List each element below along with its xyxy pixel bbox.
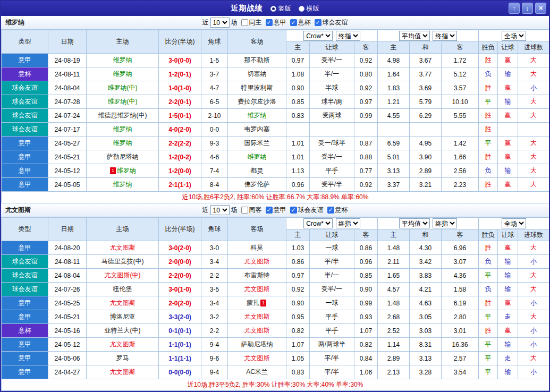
team-name[interactable]: 尤文图斯 <box>110 368 136 376</box>
fulltime-select[interactable]: 全场 <box>502 218 526 228</box>
team-name[interactable]: 维罗纳 <box>248 112 267 119</box>
league-filter-checkbox-2[interactable]: 球会友谊 <box>315 18 348 27</box>
team-name[interactable]: 切塞纳 <box>248 70 267 78</box>
odds-handicap-cell: 半球 <box>310 81 354 95</box>
team-name[interactable]: 那不勒斯 <box>244 56 270 64</box>
league-filter-checkbox-0[interactable]: 意甲 <box>266 18 286 27</box>
avg-home-cell: 2.11 <box>378 255 410 269</box>
date-cell: 24-05-16 <box>48 324 87 338</box>
team-name[interactable]: 亚特兰大(中) <box>105 327 141 334</box>
odds-stage-select-2[interactable]: 终指 <box>433 31 457 41</box>
team-name[interactable]: 维罗纳 <box>248 153 267 160</box>
team-name[interactable]: 维罗纳 <box>113 181 132 188</box>
match-count-select[interactable]: 10 <box>210 205 230 215</box>
avg-draw-cell: 4.30 <box>410 241 442 255</box>
team-name[interactable]: 布雷斯特 <box>244 271 270 279</box>
league-filter-checkbox-0[interactable]: 意甲 <box>266 206 286 215</box>
odds-stage-select[interactable]: 终指 <box>336 31 360 41</box>
section-head-home-team: 维罗纳 近 10 场 同主 意甲 意杯 球会友谊 <box>1 16 549 30</box>
avg-away-cell <box>442 123 479 137</box>
team-name[interactable]: 纽伦堡 <box>113 285 132 293</box>
sub-header-goals: 进球数 <box>518 42 549 54</box>
avg-home-cell: 1.21 <box>378 95 410 109</box>
odds-stage-select-2[interactable]: 终指 <box>433 218 457 228</box>
team-name[interactable]: 维罗纳 <box>113 70 132 78</box>
team-name[interactable]: 蒙扎 <box>247 299 259 306</box>
team-name[interactable]: 维罗纳 <box>113 125 132 133</box>
layout-radio-vertical[interactable]: 竖版 <box>270 4 291 13</box>
odds-stage-select[interactable]: 终指 <box>336 218 360 228</box>
scroll-down-button[interactable]: ↓ <box>522 3 533 14</box>
same-home-checkbox[interactable]: 同主 <box>241 18 262 27</box>
team-name[interactable]: 维罗纳 <box>117 167 136 174</box>
team-name[interactable]: 博洛尼亚 <box>110 313 136 320</box>
sub-header-away-avg: 客 <box>442 42 479 54</box>
team-name[interactable]: 都灵 <box>251 167 264 174</box>
home-cell: 尤文图斯 <box>87 365 159 379</box>
page-title: 近期战绩 <box>231 4 263 13</box>
team-name[interactable]: 尤文图斯 <box>244 258 270 265</box>
handicap-odds-selects: Crow* 终指 <box>286 30 378 42</box>
date-cell: 24-05-06 <box>48 352 87 365</box>
handicap-odds-selects: Crow* 终指 <box>286 218 378 229</box>
team-name[interactable]: 国际米兰 <box>244 139 270 147</box>
odds-handicap-cell: 受平/半 <box>310 178 354 192</box>
average-select[interactable]: 平均值 <box>399 218 430 228</box>
team-name[interactable]: 尤文图斯 <box>110 244 136 251</box>
col-header-away: 客场 <box>228 218 286 241</box>
fulltime-select[interactable]: 全场 <box>502 31 526 41</box>
team-name[interactable]: 特里波利斯 <box>241 84 273 91</box>
team-name[interactable]: 尤文图斯 <box>110 299 136 306</box>
result-handicap-cell: 赢 <box>498 137 518 150</box>
odds-away-cell: 0.93 <box>354 310 378 324</box>
result-wdl-cell: 胜 <box>479 241 498 255</box>
odds-home-cell: 0.97 <box>286 54 310 67</box>
team-name[interactable]: 马德里竞技(中) <box>101 258 144 265</box>
match-row: 球会友谊24-07-17维罗纳4-0(2-0)0-0韦罗内塞胜 <box>2 123 549 137</box>
team-name[interactable]: 维德思维罗纳(中) <box>98 112 147 119</box>
team-name[interactable]: 尤文图斯 <box>244 313 270 320</box>
bookmaker-select[interactable]: Crow* <box>303 31 333 41</box>
scroll-up-button[interactable]: ↑ <box>509 3 520 14</box>
average-select[interactable]: 平均值 <box>399 31 430 41</box>
team-name[interactable]: 尤文图斯 <box>244 285 270 293</box>
league-filter-checkbox-1[interactable]: 球会友谊 <box>290 206 324 215</box>
team-name[interactable]: 尤文图斯 <box>244 354 270 362</box>
same-away-checkbox[interactable]: 同客 <box>241 206 262 215</box>
team-name[interactable]: 维罗纳(中) <box>108 84 138 91</box>
team-name[interactable]: 科莫 <box>251 244 264 251</box>
avg-away-cell: 3.01 <box>442 324 479 338</box>
team-name[interactable]: 尤文图斯 <box>244 327 270 334</box>
league-filter-checkbox-2[interactable]: 意杯 <box>327 206 348 215</box>
odds-handicap-cell: 受半/一 <box>310 54 354 67</box>
team-name[interactable]: 萨勒尼塔纳 <box>107 153 139 160</box>
score-cell: 2-0(2-0) <box>159 296 201 310</box>
team-name[interactable]: 尤文图斯 <box>110 340 136 348</box>
team-name[interactable]: 维罗纳(中) <box>108 98 138 105</box>
team-name[interactable]: 萨勒尼塔纳 <box>241 340 273 348</box>
team-name[interactable]: 罗马 <box>116 354 129 362</box>
team-name[interactable]: 佛罗伦萨 <box>244 181 270 188</box>
avg-draw-cell: 2.89 <box>410 164 442 178</box>
europe-odds-selects: 平均值 终指 <box>378 218 479 229</box>
sub-header-away-avg: 客 <box>442 229 479 241</box>
league-filter-checkbox-1[interactable]: 意杯 <box>290 18 311 27</box>
team-name[interactable]: 费拉尔皮沙洛 <box>238 98 276 105</box>
match-count-select[interactable]: 10 <box>210 18 230 28</box>
home-cell: 维罗纳(中) <box>87 95 159 109</box>
odds-away-cell: 0.82 <box>354 338 378 352</box>
team-name[interactable]: 韦罗内塞 <box>244 125 270 133</box>
results-table-home-team: 类型 日期 主场 比分(半场) 角球 客场 Crow* 终指 平均值 终指 全场 <box>1 30 549 203</box>
team-name[interactable]: 维罗纳 <box>113 139 132 147</box>
score-cell: 0-0(0-0) <box>159 365 201 379</box>
date-cell: 24-05-27 <box>48 137 87 150</box>
league-cell: 球会友谊 <box>2 269 48 283</box>
team-name[interactable]: AC米兰 <box>246 368 268 376</box>
bookmaker-select[interactable]: Crow* <box>303 218 333 228</box>
team-name[interactable]: 维罗纳 <box>113 56 132 64</box>
team-name[interactable]: 尤文图斯(中) <box>105 271 141 279</box>
match-row: 球会友谊24-07-28维罗纳(中)2-2(0-1)6-5费拉尔皮沙洛0.85球… <box>2 95 549 109</box>
date-cell: 24-07-28 <box>48 95 87 109</box>
layout-radio-horizontal[interactable]: 横版 <box>299 4 319 13</box>
close-button[interactable]: × <box>535 3 546 14</box>
